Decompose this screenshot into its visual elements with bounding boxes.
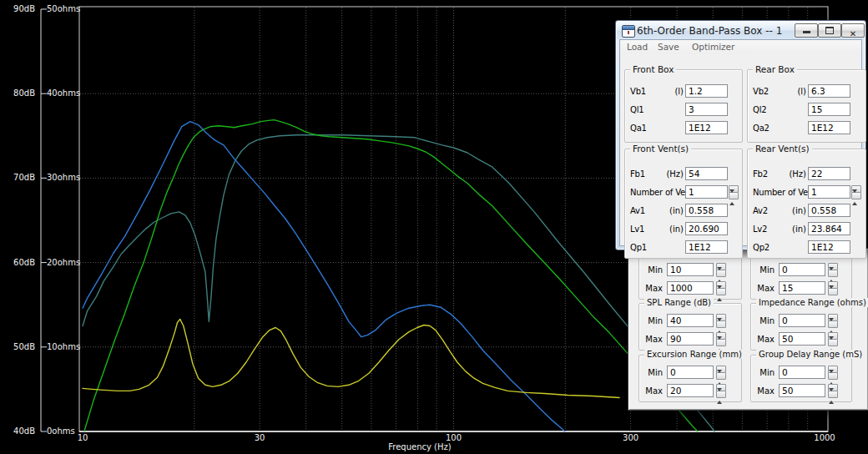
spinner-down-button[interactable] xyxy=(716,391,726,398)
lv2-input[interactable] xyxy=(808,222,850,235)
av2-input[interactable] xyxy=(808,204,850,217)
field-row: Min xyxy=(639,314,741,329)
field-label: Qp1 xyxy=(630,243,647,252)
x-axis-tick-label: 10 xyxy=(64,433,101,443)
spinner-down-button[interactable] xyxy=(716,320,726,328)
fb2-input[interactable] xyxy=(808,167,850,180)
field-label: Lv2 xyxy=(753,224,767,234)
field-row: Min xyxy=(751,366,851,381)
front-vent-count-input[interactable] xyxy=(685,185,728,199)
field-row: Fb1(Hz) xyxy=(625,167,742,182)
field-row: Max xyxy=(639,281,741,296)
field-label: Min xyxy=(751,316,775,325)
ql1-input[interactable] xyxy=(685,103,728,116)
field-label: Max xyxy=(751,386,775,396)
spinner-down-button[interactable] xyxy=(828,270,838,277)
down-arrow-icon xyxy=(717,388,722,407)
y-axis-label-db: 40dB xyxy=(2,426,35,436)
spinner-down-button[interactable] xyxy=(828,288,838,295)
close-button[interactable]: ✕ xyxy=(841,23,865,38)
field-label: Vb2 xyxy=(753,87,769,96)
excursion-range-max-spin xyxy=(716,384,726,397)
front-vent-count-spinner xyxy=(729,185,739,199)
spl-range-group: SPL Range (dB)MinMax xyxy=(638,303,742,351)
excursion-range-group: Excursion Range (mm)MinMax xyxy=(638,355,742,402)
field-unit: (in) xyxy=(780,224,806,234)
av1-input[interactable] xyxy=(685,204,728,217)
down-arrow-icon xyxy=(829,388,834,407)
field-row: Qa1 xyxy=(625,121,742,136)
field-row: Qp2 xyxy=(748,240,865,255)
menu-item-save[interactable]: Save xyxy=(658,42,679,52)
spinner-down-button[interactable] xyxy=(716,339,726,346)
bandpass-box-window: 6th-Order Band-Pass Box -- 1 ✕ Load Save… xyxy=(615,20,866,250)
spl-range-max-input[interactable] xyxy=(667,332,714,346)
spinner-down-button[interactable] xyxy=(716,270,726,277)
group-delay-range-max-input[interactable] xyxy=(779,384,825,397)
titlebar[interactable]: 6th-Order Band-Pass Box -- 1 ✕ xyxy=(617,22,865,39)
qp2-input[interactable] xyxy=(808,240,850,254)
qp1-input[interactable] xyxy=(685,240,728,254)
frequency-range-min-input[interactable] xyxy=(667,263,714,276)
field-label: Max xyxy=(751,335,775,344)
impedance-range-max-input[interactable] xyxy=(779,332,825,346)
field-label: Min xyxy=(751,368,775,377)
field-label: Min xyxy=(639,265,663,275)
field-row: Av2(in) xyxy=(748,204,865,219)
impedance-range-max-spin xyxy=(828,332,838,346)
field-label: Max xyxy=(751,284,775,293)
vb1-input[interactable] xyxy=(685,84,728,98)
group-title: Excursion Range (mm) xyxy=(644,350,744,359)
fb1-input[interactable] xyxy=(685,167,728,180)
field-label: Qa1 xyxy=(630,124,647,133)
spinner-down-button[interactable] xyxy=(828,320,838,328)
vb2-input[interactable] xyxy=(808,84,850,98)
impedance-range-min-input[interactable] xyxy=(779,314,825,327)
y-axis-label-ohms: 50ohms xyxy=(47,4,83,14)
field-label: Min xyxy=(751,265,775,275)
velocity-range-max-input[interactable] xyxy=(779,281,825,295)
rear-vent-count-input[interactable] xyxy=(808,185,850,199)
field-row: Min xyxy=(751,314,851,329)
x-axis-title: Frequency (Hz) xyxy=(378,442,462,451)
menu-item-optimizer[interactable]: Optimizer xyxy=(692,42,734,52)
lv1-input[interactable] xyxy=(685,222,728,235)
spinner-down-button[interactable] xyxy=(828,372,838,380)
field-unit: (in) xyxy=(657,206,684,215)
frequency-range-max-input[interactable] xyxy=(667,281,714,295)
field-row: Fb2(Hz) xyxy=(748,167,865,182)
spinner-down-button[interactable] xyxy=(828,391,838,398)
field-row: Ql1 xyxy=(625,103,742,118)
group-title: Rear Vent(s) xyxy=(753,144,812,154)
field-label: Qp2 xyxy=(753,243,770,252)
impedance-range-group: Impedance Range (ohms)MinMax xyxy=(750,303,852,351)
velocity-range-group: Velocity Range (m/s)MinMax xyxy=(750,252,852,300)
y-axis-label-db: 50dB xyxy=(2,342,35,352)
ql2-input[interactable] xyxy=(808,103,850,116)
y-axis-label-ohms: 30ohms xyxy=(47,173,83,183)
velocity-range-min-input[interactable] xyxy=(779,263,825,276)
field-unit: (in) xyxy=(657,224,684,234)
excursion-range-min-input[interactable] xyxy=(667,366,714,379)
spl-range-min-input[interactable] xyxy=(667,314,714,327)
field-label: Fb1 xyxy=(630,169,645,179)
group-delay-range-min-input[interactable] xyxy=(779,366,825,379)
field-label: Max xyxy=(639,386,663,396)
field-row: Min xyxy=(751,263,851,278)
qa2-input[interactable] xyxy=(808,121,850,134)
excursion-range-max-input[interactable] xyxy=(667,384,714,397)
minimize-button[interactable] xyxy=(795,23,818,38)
y-axis-label-db: 60dB xyxy=(2,258,35,268)
spinner-down-button[interactable] xyxy=(716,288,726,295)
spinner-down-button[interactable] xyxy=(716,372,726,380)
spinner-down-button[interactable] xyxy=(729,192,739,199)
menu-item-load[interactable]: Load xyxy=(627,42,648,52)
spinner-down-button[interactable] xyxy=(828,339,838,346)
spinner-down-button[interactable] xyxy=(851,192,861,199)
maximize-button[interactable] xyxy=(818,23,841,38)
qa1-input[interactable] xyxy=(685,121,728,134)
field-row: Min xyxy=(639,366,741,381)
field-row: Qa2 xyxy=(748,121,865,136)
field-label: Av1 xyxy=(630,206,645,215)
group-title: Rear Box xyxy=(753,64,797,74)
